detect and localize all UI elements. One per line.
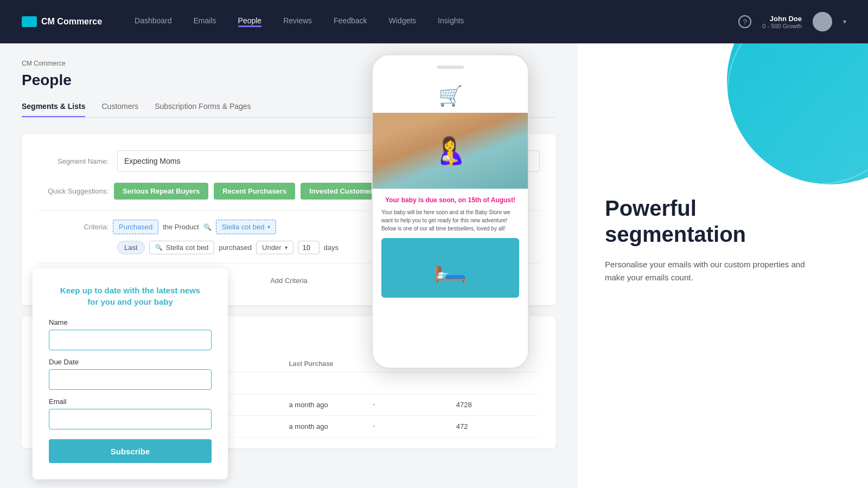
row2-last-purchase: a month ago [289, 401, 373, 409]
phone-content: Your baby is due soon, on 15th of August… [373, 189, 528, 305]
navbar: CM Commerce Dashboard Emails People Revi… [0, 0, 868, 43]
criteria-the-product-text: the Product [163, 223, 199, 231]
suggestion-serious-repeat-buyers[interactable]: Serious Repeat Buyers [114, 183, 208, 200]
product-search-value: Stella cot bed [166, 243, 209, 252]
col-last-purchase: Last Purchase [289, 360, 373, 368]
subscribe-button[interactable]: Subscribe [49, 439, 212, 463]
segment-name-label: Segment Name: [38, 157, 108, 165]
due-date-field-label: Due Date [49, 358, 212, 366]
product-search-input[interactable]: 🔍 Stella cot bed [149, 241, 215, 254]
main-content: CM Commerce People Segments & Lists Cust… [0, 43, 578, 488]
user-name: John Doe [762, 15, 802, 23]
navbar-logo[interactable]: CM Commerce [22, 16, 102, 27]
suggestion-recent-purchasers[interactable]: Recent Purchasers [214, 183, 295, 200]
phone-mockup: 🛒 🤱 Your baby is due soon, on 15th of Au… [372, 54, 529, 369]
due-date-input[interactable] [49, 369, 212, 390]
phone-logo-area: 🛒 [373, 79, 528, 113]
search-icon: 🔍 [203, 223, 212, 231]
help-icon[interactable]: ? [738, 15, 751, 28]
right-body: Personalise your emails with our custom … [605, 258, 811, 284]
search-icon-small: 🔍 [155, 244, 163, 251]
phone-body-text: Your baby will be here soon and at the B… [381, 208, 519, 233]
add-criteria-button[interactable]: Add Criteria [270, 277, 308, 285]
user-info: John Doe 0 - 500 Growth [762, 15, 802, 29]
tab-segments-lists[interactable]: Segments & Lists [22, 102, 85, 117]
row3-last-purchase: a month ago [289, 422, 373, 431]
nav-item-reviews[interactable]: Reviews [283, 16, 312, 27]
tab-customers[interactable]: Customers [101, 102, 138, 117]
phone-product-area: 🛏️ [381, 238, 519, 298]
cot-emoji: 🛏️ [433, 252, 467, 284]
nav-item-widgets[interactable]: Widgets [389, 16, 417, 27]
criteria-product-select[interactable]: Stella cot bed ▾ [216, 220, 277, 234]
criteria-purchased-tag[interactable]: Purchased [113, 220, 158, 234]
nav-item-feedback[interactable]: Feedback [334, 16, 367, 27]
days-label: days [324, 243, 339, 252]
purchased-text: purchased [219, 243, 252, 252]
phone-top-bar [373, 55, 528, 79]
email-input[interactable] [49, 409, 212, 429]
right-panel: Powerfulsegmentation Personalise your em… [578, 43, 868, 488]
logo-icon [22, 16, 37, 27]
phone-speaker [437, 66, 464, 69]
baby-image-placeholder: 🤱 [373, 113, 528, 189]
nav-item-insights[interactable]: Insights [438, 16, 464, 27]
under-dropdown[interactable]: Under ▾ [256, 241, 293, 254]
user-plan: 0 - 500 Growth [762, 23, 802, 29]
right-content: Powerfulsegmentation Personalise your em… [605, 195, 841, 284]
row3-dot: • [373, 422, 456, 431]
quick-suggestions-label: Quick Suggestions: [38, 187, 108, 195]
navbar-right: ? John Doe 0 - 500 Growth ▾ [738, 12, 846, 31]
stroller-icon: 🛒 [438, 85, 463, 107]
email-field-label: Email [49, 397, 212, 406]
phone-pink-text: Your baby is due soon, on 15th of August… [381, 196, 519, 204]
teal-circle-lines [727, 43, 868, 184]
chevron-down-icon: ▾ [267, 224, 270, 230]
navbar-nav: Dashboard Emails People Reviews Feedback… [135, 16, 738, 27]
subscription-title: Keep up to date with the latest newsfor … [49, 285, 212, 307]
chevron-down-icon[interactable]: ▾ [843, 18, 846, 25]
row3-revenue: 472 [456, 422, 540, 431]
row2-dot: • [373, 401, 456, 409]
name-field-label: Name [49, 318, 212, 326]
nav-item-emails[interactable]: Emails [194, 16, 216, 27]
user-avatar[interactable] [813, 12, 832, 31]
tab-subscription-forms[interactable]: Subscription Forms & Pages [155, 102, 251, 117]
chevron-down-icon-under: ▾ [285, 245, 288, 251]
name-input[interactable] [49, 330, 212, 350]
criteria-label: Criteria: [38, 223, 108, 231]
nav-item-dashboard[interactable]: Dashboard [135, 16, 172, 27]
under-value: Under [262, 243, 281, 252]
nav-item-people[interactable]: People [238, 16, 262, 27]
subscription-form-overlay: Keep up to date with the latest newsfor … [33, 268, 228, 479]
criteria-product-value: Stella cot bed [222, 223, 265, 231]
last-pill: Last [117, 241, 145, 254]
right-heading: Powerfulsegmentation [605, 195, 841, 247]
row2-revenue: 4728 [456, 401, 540, 409]
days-number-input[interactable] [298, 241, 320, 254]
logo-text: CM Commerce [41, 17, 102, 27]
phone-image-area: 🤱 [373, 113, 528, 189]
